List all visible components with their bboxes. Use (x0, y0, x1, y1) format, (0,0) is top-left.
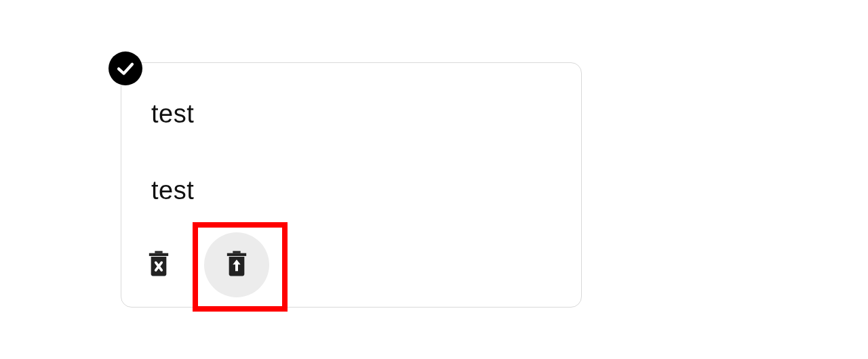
delete-permanent-button[interactable] (144, 251, 173, 279)
trash-x-icon (147, 251, 170, 279)
card-subtitle: test (151, 176, 551, 205)
item-card: test test (121, 62, 582, 308)
restore-button[interactable] (204, 232, 269, 297)
svg-rect-4 (233, 251, 240, 253)
card-actions (144, 232, 269, 297)
done-badge (108, 51, 142, 85)
check-icon (115, 58, 136, 79)
trash-restore-icon (225, 251, 248, 279)
svg-rect-0 (155, 251, 162, 253)
card-title: test (151, 100, 551, 129)
svg-rect-1 (149, 253, 168, 256)
svg-rect-5 (227, 253, 246, 256)
